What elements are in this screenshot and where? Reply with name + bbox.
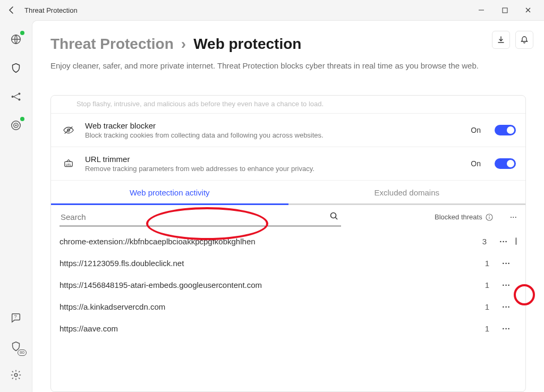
status-dot-icon [20, 31, 24, 35]
svg-point-8 [15, 125, 17, 126]
sidebar-item-shield-count[interactable]: 80 [8, 339, 23, 354]
tab-label: Excluded domains [374, 188, 439, 197]
setting-desc: Block tracking cookies from collecting d… [85, 131, 462, 139]
tabs: Web protection activity Excluded domains [51, 180, 525, 205]
search-field-wrap [60, 208, 341, 226]
maximize-button[interactable] [493, 2, 516, 18]
mini-scrollbar[interactable] [515, 237, 517, 245]
breadcrumb: Threat Protection › Web protection [50, 36, 526, 53]
svg-point-4 [18, 92, 20, 95]
toggle-state-label: On [471, 159, 481, 168]
row-count: 1 [464, 324, 496, 333]
row-count: 1 [464, 259, 496, 268]
table-row: https://1456848195-atari-embeds.googleus… [51, 274, 525, 296]
breadcrumb-root[interactable]: Threat Protection [50, 36, 174, 53]
eye-slash-icon [61, 125, 76, 135]
info-icon[interactable] [486, 214, 493, 221]
url-trimmer-toggle[interactable] [495, 158, 516, 169]
row-url: chrome-extension://kbfnbcaeplbcioakkpcpg… [60, 237, 461, 246]
notifications-button[interactable] [515, 31, 533, 49]
tab-excluded-domains[interactable]: Excluded domains [288, 181, 526, 205]
tab-label: Web protection activity [130, 188, 210, 197]
setting-desc: Remove tracking parameters from web addr… [85, 165, 462, 173]
table-row: https://a.kinkadservercdn.com1··· [51, 296, 525, 318]
row-url: https://a.kinkadservercdn.com [60, 302, 464, 311]
sidebar: ? 80 [0, 20, 32, 392]
search-input[interactable] [60, 208, 341, 226]
sidebar-item-shield[interactable] [8, 61, 23, 75]
page-subtitle: Enjoy cleaner, safer, and more private i… [50, 60, 518, 72]
row-more-button[interactable]: ··· [496, 280, 517, 289]
sidebar-item-globe[interactable] [8, 32, 23, 47]
setting-url-trimmer: URL URL trimmer Remove tracking paramete… [51, 147, 525, 180]
table-row: chrome-extension://kbfnbcaeplbcioakkpcpg… [51, 231, 525, 252]
close-button[interactable] [516, 2, 540, 18]
sidebar-item-radar[interactable] [8, 118, 23, 133]
svg-line-16 [336, 217, 338, 219]
shield-count-badge: 80 [18, 350, 27, 356]
svg-text:?: ? [14, 314, 17, 319]
row-more-button[interactable]: ··· [496, 324, 517, 333]
download-button[interactable] [492, 31, 510, 49]
header-more-button[interactable]: ··· [510, 212, 517, 222]
chevron-right-icon: › [181, 36, 186, 53]
column-blocked-threats: Blocked threats [435, 213, 497, 221]
svg-point-15 [331, 212, 336, 218]
svg-point-3 [12, 96, 14, 98]
row-url: https://1456848195-atari-embeds.googleus… [60, 280, 464, 289]
svg-point-10 [14, 373, 18, 377]
breadcrumb-current: Web protection [193, 36, 301, 53]
window-title: Threat Protection [24, 6, 78, 14]
search-icon [329, 211, 339, 221]
svg-point-19 [489, 215, 490, 216]
row-url: https://12123059.fls.doubleclick.net [60, 259, 464, 268]
minimize-button[interactable] [470, 2, 493, 18]
web-tracker-toggle[interactable] [495, 125, 516, 135]
row-count: 3 [461, 237, 493, 246]
row-more-button[interactable]: ··· [496, 259, 517, 268]
toggle-state-label: On [471, 126, 481, 134]
svg-text:URL: URL [65, 163, 71, 166]
svg-point-5 [18, 98, 20, 100]
sidebar-item-settings[interactable] [8, 368, 23, 382]
row-count: 1 [464, 280, 496, 289]
tab-web-protection-activity[interactable]: Web protection activity [51, 181, 288, 205]
partial-row: Stop flashy, intrusive, and malicious ad… [51, 96, 525, 113]
row-count: 1 [464, 302, 496, 311]
setting-web-tracker-blocker: Web tracker blocker Block tracking cooki… [51, 113, 525, 147]
table-row: https://12123059.fls.doubleclick.net1··· [51, 252, 525, 274]
activity-list: Blocked threats ··· chrome-extension://k… [51, 205, 525, 391]
back-button[interactable] [4, 6, 19, 14]
main-panel: Threat Protection › Web protection Enjoy… [32, 20, 544, 392]
col-label: Blocked threats [435, 213, 482, 221]
svg-rect-1 [503, 8, 507, 13]
sidebar-item-help[interactable]: ? [8, 310, 23, 325]
url-icon: URL [61, 158, 76, 169]
table-row: https://aave.com1··· [51, 318, 525, 339]
setting-title: URL trimmer [85, 155, 462, 164]
setting-title: Web tracker blocker [85, 121, 462, 130]
row-url: https://aave.com [60, 324, 464, 333]
title-bar: Threat Protection [0, 0, 544, 20]
row-more-button[interactable]: ··· [493, 237, 514, 246]
row-more-button[interactable]: ··· [496, 302, 517, 311]
settings-card: Stop flashy, intrusive, and malicious ad… [50, 95, 526, 392]
sidebar-item-mesh[interactable] [8, 89, 23, 104]
status-dot-icon [20, 117, 24, 121]
